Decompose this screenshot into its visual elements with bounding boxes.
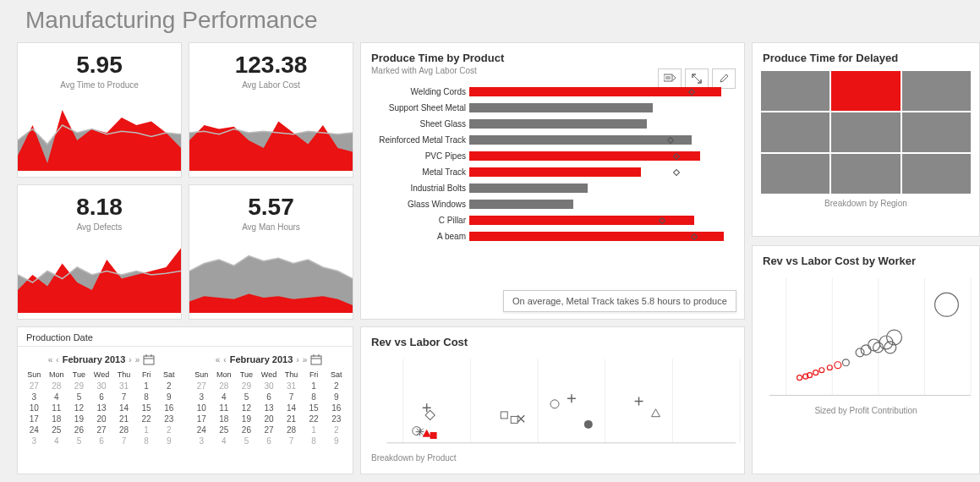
cal-day[interactable]: 23 <box>325 414 348 424</box>
bar-row[interactable]: A beam <box>370 228 736 244</box>
heat-cell[interactable] <box>831 112 900 152</box>
cal-day[interactable]: 1 <box>135 381 158 392</box>
cal-day[interactable]: 29 <box>68 381 90 392</box>
cal-day[interactable]: 7 <box>280 435 303 446</box>
cal-day[interactable]: 2 <box>157 381 180 392</box>
cal-day[interactable]: 31 <box>112 381 135 392</box>
cal-prev-year-icon[interactable]: « <box>48 355 53 364</box>
cal-day[interactable]: 9 <box>157 435 180 446</box>
cal-day[interactable]: 16 <box>157 403 180 414</box>
cal-day[interactable]: 6 <box>258 392 281 403</box>
cal-day[interactable]: 14 <box>280 403 303 414</box>
cal-day[interactable]: 1 <box>303 381 326 392</box>
cal-day[interactable]: 4 <box>213 392 236 403</box>
cal-prev-year-icon[interactable]: « <box>216 355 221 364</box>
cal-day[interactable]: 8 <box>135 392 158 403</box>
cal-day[interactable]: 14 <box>112 403 135 414</box>
cal-next-year-icon[interactable]: » <box>303 355 308 364</box>
cal-day[interactable]: 4 <box>46 392 68 403</box>
cal-day[interactable]: 23 <box>157 414 180 424</box>
cal-day[interactable]: 18 <box>213 414 236 424</box>
scatter-chart[interactable] <box>361 350 744 452</box>
cal-day[interactable]: 15 <box>303 403 326 414</box>
cal-day[interactable]: 6 <box>90 392 113 403</box>
cal-day[interactable]: 20 <box>90 414 113 424</box>
cal-day[interactable]: 2 <box>325 381 348 392</box>
cal-day[interactable]: 12 <box>68 403 90 414</box>
cal-day[interactable]: 26 <box>68 424 90 435</box>
cal-day[interactable]: 27 <box>190 381 213 392</box>
cal-day[interactable]: 22 <box>303 414 326 424</box>
kpi-avg-labor-cost[interactable]: 123.38 Avg Labor Cost <box>189 42 353 178</box>
cal-day[interactable]: 19 <box>235 414 258 424</box>
cal-day[interactable]: 10 <box>190 403 213 414</box>
cal-day[interactable]: 3 <box>23 392 46 403</box>
bar-row[interactable]: Industrial Bolts <box>370 180 736 196</box>
bar-row[interactable]: Sheet Glass <box>370 116 736 132</box>
bar-row[interactable]: Reinforced Metal Track <box>370 132 736 148</box>
panel-rev-vs-labor[interactable]: Rev vs Labor Cost Breakdown by Product <box>360 326 745 474</box>
cal-day[interactable]: 8 <box>135 435 158 446</box>
heat-cell[interactable] <box>902 112 971 152</box>
cal-day[interactable]: 24 <box>23 424 46 435</box>
cal-day[interactable]: 19 <box>68 414 90 424</box>
cal-day[interactable]: 24 <box>190 424 213 435</box>
cal-day[interactable]: 7 <box>112 435 135 446</box>
cal-day[interactable]: 2 <box>325 424 348 435</box>
bar-row[interactable]: C Pillar <box>370 212 736 228</box>
cal-day[interactable]: 28 <box>46 381 68 392</box>
cal-day[interactable]: 31 <box>280 381 303 392</box>
cal-day[interactable]: 25 <box>46 424 68 435</box>
calendar-icon[interactable] <box>310 353 322 365</box>
cal-day[interactable]: 29 <box>235 381 258 392</box>
heat-cell[interactable] <box>761 154 829 194</box>
cal-day[interactable]: 7 <box>280 392 303 403</box>
bar-row[interactable]: Glass Windows <box>370 196 736 212</box>
cal-next-month-icon[interactable]: › <box>129 355 131 364</box>
cal-day[interactable]: 8 <box>303 435 326 446</box>
bar-row[interactable]: PVC Pipes <box>370 148 736 164</box>
cal-day[interactable]: 28 <box>112 424 135 435</box>
cal-day[interactable]: 7 <box>112 392 135 403</box>
cal-day[interactable]: 28 <box>280 424 303 435</box>
heatmap-chart[interactable] <box>753 66 979 197</box>
cal-day[interactable]: 8 <box>303 392 326 403</box>
heat-cell[interactable] <box>761 71 829 111</box>
bar-row[interactable]: Support Sheet Metal <box>370 100 736 116</box>
heat-cell[interactable] <box>902 154 971 194</box>
panel-produce-time-delayed[interactable]: Produce Time for Delayed Breakdown by Re… <box>752 42 980 237</box>
cal-day[interactable]: 21 <box>112 414 135 424</box>
cal-day[interactable]: 26 <box>235 424 258 435</box>
cal-day[interactable]: 22 <box>135 414 158 424</box>
cal-day[interactable]: 28 <box>213 381 236 392</box>
cal-day[interactable]: 10 <box>23 403 46 414</box>
cal-day[interactable]: 11 <box>213 403 236 414</box>
cal-day[interactable]: 12 <box>235 403 258 414</box>
heat-cell[interactable] <box>831 154 900 194</box>
bar-chart[interactable]: Welding CordsSupport Sheet MetalSheet Gl… <box>361 79 744 246</box>
cal-day[interactable]: 3 <box>23 435 46 446</box>
cal-day[interactable]: 4 <box>213 435 236 446</box>
cal-day[interactable]: 25 <box>213 424 236 435</box>
cal-day[interactable]: 5 <box>235 392 258 403</box>
cal-day[interactable]: 16 <box>325 403 348 414</box>
cal-day[interactable]: 9 <box>325 435 348 446</box>
cal-day[interactable]: 5 <box>68 435 90 446</box>
cal-day[interactable]: 20 <box>258 414 281 424</box>
cal-day[interactable]: 4 <box>46 435 68 446</box>
cal-day[interactable]: 6 <box>90 435 113 446</box>
cal-day[interactable]: 17 <box>23 414 46 424</box>
heat-cell[interactable] <box>831 71 900 111</box>
cal-prev-month-icon[interactable]: ‹ <box>223 355 226 364</box>
cal-day[interactable]: 5 <box>68 392 90 403</box>
expand-button[interactable] <box>685 68 709 89</box>
heat-cell[interactable] <box>761 112 829 152</box>
panel-rev-vs-labor-worker[interactable]: Rev vs Labor Cost by Worker Sized by Pro… <box>752 245 980 474</box>
scatter-chart[interactable] <box>753 269 979 404</box>
cal-day[interactable]: 13 <box>90 403 113 414</box>
cal-day[interactable]: 2 <box>157 424 180 435</box>
kpi-avg-time-to-produce[interactable]: 5.95 Avg Time to Produce <box>17 42 182 178</box>
cal-day[interactable]: 27 <box>258 424 281 435</box>
cal-day[interactable]: 13 <box>258 403 281 414</box>
cal-day[interactable]: 18 <box>46 414 68 424</box>
